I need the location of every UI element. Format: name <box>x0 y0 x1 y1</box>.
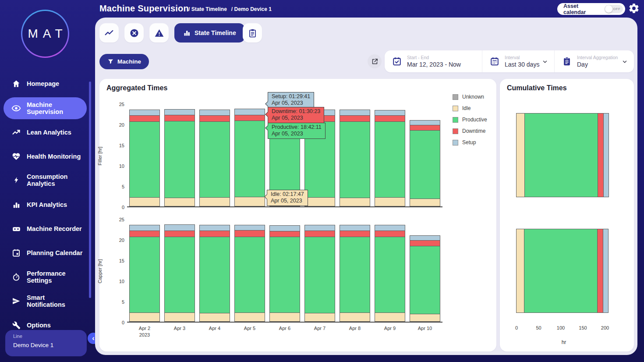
stacked-bar-apr-6[interactable] <box>267 220 302 322</box>
stacked-bar-apr-5[interactable] <box>232 220 267 322</box>
cumulative-times-card: Cumulative Times 050100150200 hr <box>500 79 634 351</box>
segment-productive <box>164 237 195 313</box>
stacked-bar-apr-3[interactable] <box>162 104 197 206</box>
calendar-check-icon <box>392 57 402 66</box>
sidebar-item-machine-recorder[interactable]: Machine Recorder <box>4 220 87 238</box>
legend-swatch <box>453 140 458 146</box>
stacked-bar-apr-9[interactable] <box>372 104 407 206</box>
legend-swatch <box>453 117 458 123</box>
segment-idle <box>304 197 335 206</box>
segment-downtime <box>375 115 405 121</box>
stacked-bar-apr-8[interactable] <box>337 220 372 322</box>
segment-downtime <box>340 115 370 121</box>
sidebar-item-label: Consumption Analytics <box>27 173 83 188</box>
stacked-bar-apr-3[interactable] <box>162 220 197 322</box>
stacked-bar-apr-10[interactable] <box>407 220 442 322</box>
segment-downtime <box>164 231 195 237</box>
sidebar-item-planning-calendar[interactable]: Planning Calendar <box>4 242 87 264</box>
brand-logo-inner: MAT <box>22 11 68 57</box>
stacked-bar-apr-4[interactable] <box>197 104 232 206</box>
report-view-button[interactable] <box>243 23 262 43</box>
segment-idle <box>129 197 160 206</box>
segment-setup <box>129 110 160 116</box>
legend-item-idle: Idle <box>453 105 487 111</box>
legend-label: Idle <box>462 105 471 111</box>
x-axis: 050100150200 <box>517 325 615 332</box>
sidebar-scrollbar[interactable] <box>89 82 91 298</box>
sidebar-item-health-monitoring[interactable]: Health Monitoring <box>4 148 87 165</box>
trend-view-button[interactable] <box>99 23 119 43</box>
capper-y-axis-label: Capper [hr] <box>97 259 103 283</box>
stacked-bar-apr-2[interactable] <box>127 104 162 206</box>
stacked-bar-apr-9[interactable] <box>372 220 407 322</box>
chevron-down-icon <box>622 59 628 65</box>
x-tick: 50 <box>536 325 541 330</box>
segment-productive <box>269 237 300 313</box>
sidebar-item-consumption-analytics[interactable]: Consumption Analytics <box>4 169 87 191</box>
sidebar-item-performance-settings[interactable]: Performance Settings <box>4 266 87 288</box>
stacked-bar-apr-5[interactable] <box>232 104 267 206</box>
export-button[interactable] <box>368 54 382 68</box>
segment-downtime <box>598 113 604 197</box>
segment-idle <box>375 312 405 322</box>
segment-idle <box>340 312 370 322</box>
segment-productive <box>340 237 370 313</box>
app: MAT Homepage Machine Supervision Lean An… <box>0 0 644 362</box>
interval-aggregation-control[interactable]: Interval Aggregation Day <box>554 50 634 72</box>
x-tick: Apr 5 <box>232 325 267 338</box>
sidebar: MAT Homepage Machine Supervision Lean An… <box>0 0 95 362</box>
cumulative-x-axis-label: hr <box>517 339 611 345</box>
heart-icon <box>11 152 21 161</box>
asset-calendar-toggle[interactable]: OFF <box>605 5 623 13</box>
segment-setup <box>603 229 609 313</box>
sidebar-item-lean-analytics[interactable]: Lean Analytics <box>4 124 87 141</box>
legend-swatch <box>453 106 458 111</box>
machine-filter-button[interactable]: Machine <box>99 54 149 69</box>
y-axis: 0510152025 <box>111 104 124 207</box>
asset-calendar-pill[interactable]: Asset calendar OFF <box>557 3 625 15</box>
stacked-bar-apr-8[interactable] <box>337 104 372 206</box>
y-tick: 20 <box>119 238 124 243</box>
sidebar-item-label: Planning Calendar <box>27 249 83 256</box>
stacked-bar-apr-10[interactable] <box>407 104 442 206</box>
stacked-bar-apr-7[interactable] <box>302 220 337 322</box>
funnel-icon <box>107 58 114 65</box>
legend-item-unknown: Unknown <box>453 94 487 100</box>
device-selector-card[interactable]: Line Demo Device 1 <box>5 330 87 356</box>
state-timeline-tab[interactable]: State Timeline <box>174 23 245 43</box>
segment-setup <box>129 225 160 231</box>
sidebar-item-kpi-analytics[interactable]: KPI Analytics <box>4 196 87 213</box>
asset-calendar-label: Asset calendar <box>563 3 601 15</box>
state-timeline-label: State Timeline <box>195 29 236 36</box>
stacked-bar-apr-4[interactable] <box>197 220 232 322</box>
segment-downtime <box>199 115 230 121</box>
device-type-label: Line <box>13 334 87 339</box>
sidebar-item-homepage[interactable]: Homepage <box>4 75 87 92</box>
errors-view-button[interactable] <box>124 23 144 43</box>
segment-downtime <box>340 231 370 237</box>
sidebar-item-label: KPI Analytics <box>27 201 83 208</box>
cumulative-bar-filler[interactable] <box>517 113 609 197</box>
legend-item-downtime: Downtime <box>453 128 487 134</box>
start-end-control[interactable]: Start - End Mar 12, 2023 - Now <box>385 50 482 72</box>
settings-gear-icon[interactable] <box>628 3 640 14</box>
segment-productive <box>199 121 230 198</box>
clipboard-icon <box>248 28 257 38</box>
interval-control[interactable]: Interval Last 30 days <box>482 50 554 72</box>
sidebar-item-machine-supervision[interactable]: Machine Supervision <box>4 97 87 119</box>
breadcrumb: / State Timeline / Demo Device 1 <box>188 6 272 12</box>
x-tick: 150 <box>579 325 587 330</box>
chart-tooltip-productive: Productive: 18:42:11Apr 05, 2023 <box>268 123 326 139</box>
segment-productive <box>375 237 405 313</box>
sidebar-item-label: Options <box>27 322 83 329</box>
segment-idle <box>304 313 335 322</box>
cumulative-bar-capper[interactable] <box>517 229 609 313</box>
y-tick: 0 <box>122 320 124 325</box>
legend-item-productive: Productive <box>453 117 487 123</box>
y-tick: 10 <box>119 279 124 284</box>
start-end-value: Mar 12, 2023 - Now <box>407 61 461 68</box>
warnings-view-button[interactable] <box>149 23 169 43</box>
stacked-bar-apr-2[interactable] <box>127 220 162 322</box>
legend-label: Downtime <box>462 128 485 134</box>
sidebar-item-smart-notifications[interactable]: Smart Notifications <box>4 290 87 312</box>
